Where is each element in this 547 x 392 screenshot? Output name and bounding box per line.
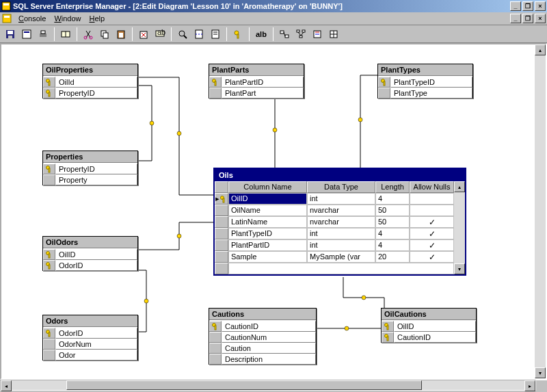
table-oils-title[interactable]: Oils [215, 169, 465, 181]
minimize-button[interactable]: _ [510, 1, 521, 11]
table-odors[interactable]: OdorsOdorIDOdorNumOdor [42, 315, 138, 361]
cell-allow-nulls[interactable]: ✓ [410, 239, 454, 251]
table-title[interactable]: PlantTypes [378, 64, 472, 76]
menu-help[interactable]: Help [85, 13, 109, 24]
scroll-up-button[interactable]: ▴ [535, 44, 546, 55]
cell-column-name[interactable]: OilID [228, 193, 307, 205]
row-header[interactable]: ▸ [215, 193, 228, 205]
table-title[interactable]: OilOdors [43, 237, 137, 248]
table-row[interactable]: PlantPartIDint4✓ [215, 239, 454, 251]
primary-key-button[interactable] [230, 27, 245, 42]
cell-column-name[interactable]: PlantPartID [228, 239, 307, 251]
cell-column-name[interactable]: Sample [228, 251, 307, 263]
table-oilodors[interactable]: OilOdorsOilIDOdorID [42, 236, 138, 271]
table-row[interactable]: PlantPartID [209, 76, 304, 87]
table-title[interactable]: Properties [43, 151, 137, 163]
cell-allow-nulls[interactable]: ✓ [410, 216, 454, 228]
table-row[interactable]: PlantTypeIDint4✓ [215, 228, 454, 239]
table-row[interactable]: OilId [43, 76, 137, 87]
table-row[interactable]: ▸OilIDint4 [215, 193, 454, 205]
table-row[interactable]: OdorID [43, 259, 137, 270]
scroll-down-button[interactable]: ▾ [454, 263, 465, 274]
table-row[interactable]: PropertyID [43, 163, 137, 174]
annotations-button[interactable]: ab [152, 27, 168, 42]
manage-indexes-button[interactable] [310, 27, 325, 42]
cell-allow-nulls[interactable]: ✓ [410, 228, 454, 239]
cell-length[interactable]: 4 [375, 239, 410, 251]
col-header-type[interactable]: Data Type [307, 181, 375, 193]
row-header[interactable] [215, 251, 228, 263]
cell-length[interactable]: 4 [375, 228, 410, 239]
delete-button[interactable] [136, 27, 151, 42]
cell-data-type[interactable]: int [307, 228, 375, 239]
table-row[interactable]: PlantPart [209, 87, 304, 98]
table-row[interactable]: OilID [43, 248, 137, 259]
canvas-scrollbar-v[interactable]: ▴ ▾ [535, 44, 546, 378]
scroll-down-button[interactable]: ▾ [535, 367, 546, 378]
cell-data-type[interactable]: int [307, 193, 375, 205]
table-row[interactable]: Caution [209, 342, 316, 353]
maximize-button[interactable]: ❐ [522, 1, 533, 11]
cell-allow-nulls[interactable] [410, 205, 454, 216]
close-button[interactable]: × [535, 1, 546, 11]
table-row[interactable]: CautionID [382, 331, 476, 342]
properties-button[interactable] [19, 27, 34, 42]
col-header-length[interactable]: Length [375, 181, 410, 193]
cell-data-type[interactable]: MySample (var [307, 251, 375, 263]
table-title[interactable]: PlantParts [209, 64, 304, 76]
save-button[interactable] [3, 27, 18, 42]
table-planttypes[interactable]: PlantTypesPlantTypeIDPlantType [377, 64, 473, 99]
zoom-button[interactable] [175, 27, 190, 42]
cell-column-name[interactable]: PlantTypeID [228, 228, 307, 239]
table-title[interactable]: OilCautions [382, 309, 476, 320]
oils-grid[interactable]: Column Name Data Type Length Allow Nulls… [215, 181, 454, 274]
row-header[interactable] [215, 216, 228, 228]
col-header-rowselect[interactable] [215, 181, 228, 193]
table-row[interactable]: Odor [43, 349, 137, 360]
cell-allow-nulls[interactable]: ✓ [410, 251, 454, 263]
cell-data-type[interactable]: int [307, 239, 375, 251]
table-title[interactable]: Cautions [209, 309, 316, 320]
oils-scrollbar-v[interactable]: ▴ ▾ [454, 181, 465, 274]
table-row[interactable]: Property [43, 174, 137, 185]
cell-length[interactable]: 4 [375, 193, 410, 205]
mdi-restore-button[interactable]: ❐ [522, 14, 533, 23]
paste-button[interactable] [114, 27, 129, 42]
col-header-nulls[interactable]: Allow Nulls [410, 181, 454, 193]
table-oilproperties[interactable]: OilPropertiesOilIdPropertyID [42, 64, 138, 99]
table-row[interactable]: SampleMySample (var20✓ [215, 251, 454, 263]
cell-column-name[interactable]: OilName [228, 205, 307, 216]
copy-button[interactable] [97, 27, 112, 42]
columns-button[interactable] [326, 27, 341, 42]
table-oilcautions[interactable]: OilCautionsOilIDCautionID [381, 308, 477, 343]
table-row[interactable]: OdorID [43, 327, 137, 338]
table-properties[interactable]: PropertiesPropertyIDProperty [42, 151, 138, 185]
table-row[interactable]: PropertyID [43, 87, 137, 98]
table-plantparts[interactable]: PlantPartsPlantPartIDPlantPart [209, 64, 304, 99]
cell-length[interactable]: 50 [375, 205, 410, 216]
recalc-button[interactable] [208, 27, 223, 42]
table-title[interactable]: Odors [43, 315, 137, 327]
col-header-name[interactable]: Column Name [228, 181, 307, 193]
page-break-button[interactable] [191, 27, 206, 42]
canvas-scrollbar-h[interactable]: ◂ ▸ [0, 380, 536, 391]
scroll-thumb[interactable] [66, 380, 422, 390]
table-row[interactable]: CautionID [209, 320, 316, 331]
cell-column-name[interactable]: LatinName [228, 216, 307, 228]
cell-length[interactable]: 50 [375, 216, 410, 228]
mdi-minimize-button[interactable]: _ [510, 14, 521, 23]
table-row[interactable]: OdorNum [43, 338, 137, 349]
cell-allow-nulls[interactable] [410, 193, 454, 205]
cell-length[interactable]: 20 [375, 251, 410, 263]
mdi-close-button[interactable]: × [535, 14, 546, 23]
row-header[interactable] [215, 228, 228, 239]
cell-data-type[interactable]: nvarchar [307, 216, 375, 228]
scroll-right-button[interactable]: ▸ [524, 380, 535, 391]
table-row[interactable]: OilID [382, 320, 476, 331]
table-oils[interactable]: Oils Column Name Data Type Length Allow … [213, 168, 466, 276]
scroll-left-button[interactable]: ◂ [1, 380, 12, 391]
table-row[interactable]: CautionNum [209, 331, 316, 342]
row-header[interactable] [215, 239, 228, 251]
print-button[interactable] [36, 27, 51, 42]
table-row[interactable]: Description [209, 353, 316, 364]
